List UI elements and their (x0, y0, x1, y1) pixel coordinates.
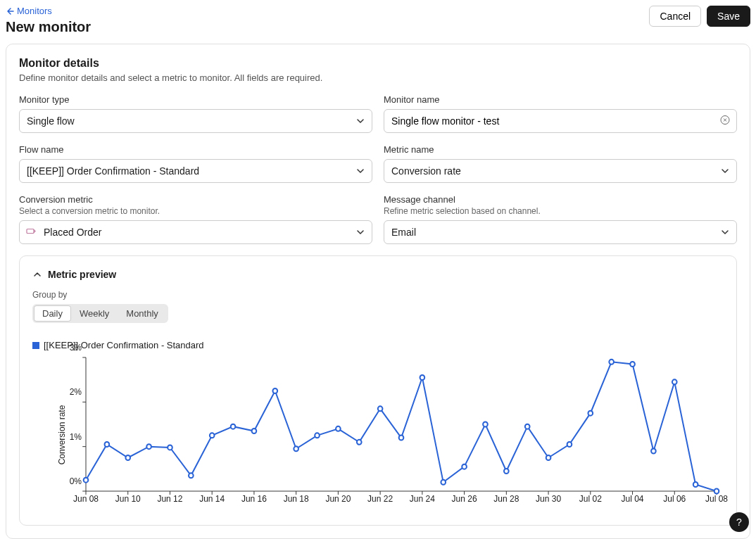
monitor-type-label: Monitor type (19, 94, 372, 105)
svg-point-41 (483, 422, 488, 427)
x-tick-label: Jun 14 (199, 494, 225, 504)
svg-point-36 (378, 406, 383, 411)
page-title: New monitor (6, 19, 91, 35)
svg-point-27 (189, 473, 194, 478)
group-by-segmented: DailyWeeklyMonthly (32, 304, 168, 323)
svg-point-52 (714, 489, 719, 494)
chart-area: Conversion rate 0%1%2%3% Jun 08Jun 10Jun… (32, 357, 724, 512)
x-tick-label: Jul 06 (663, 494, 686, 504)
metric-preview-card: Metric preview Group by DailyWeeklyMonth… (19, 255, 737, 526)
save-button[interactable]: Save (707, 6, 750, 27)
svg-point-23 (105, 442, 110, 447)
metric-preview-toggle[interactable]: Metric preview (32, 269, 724, 280)
svg-point-33 (315, 433, 320, 438)
svg-point-28 (210, 433, 215, 438)
svg-point-45 (567, 442, 572, 447)
svg-point-26 (168, 445, 172, 450)
metric-tag-icon (26, 227, 36, 239)
x-tick-label: Jun 24 (410, 494, 435, 504)
section-description: Define monitor details and select a metr… (19, 72, 737, 83)
svg-point-29 (231, 424, 236, 429)
svg-point-25 (146, 444, 151, 449)
monitor-type-select[interactable]: Single flow (19, 109, 372, 133)
field-monitor-name: Monitor name (384, 94, 737, 133)
x-tick-label: Jul 04 (622, 494, 644, 504)
x-tick-label: Jun 20 (325, 494, 351, 504)
conversion-metric-value: Placed Order (44, 227, 101, 238)
svg-point-34 (336, 426, 341, 431)
x-tick-label: Jul 02 (579, 494, 602, 504)
chart-legend: [[KEEP]] Order Confirmation - Standard (32, 340, 724, 350)
breadcrumb-back[interactable]: Monitors (6, 6, 91, 16)
x-axis-ticks: Jun 08Jun 10Jun 12Jun 14Jun 16Jun 18Jun … (86, 494, 717, 512)
conversion-metric-sublabel: Select a conversion metric to monitor. (19, 206, 372, 216)
group-by-option-weekly[interactable]: Weekly (71, 305, 118, 322)
clear-input-icon[interactable] (720, 115, 730, 127)
svg-point-31 (272, 388, 277, 393)
x-tick-label: Jun 22 (367, 494, 393, 504)
monitor-name-input[interactable] (384, 109, 737, 133)
arrow-left-icon (6, 7, 14, 15)
monitor-name-label: Monitor name (384, 94, 737, 105)
x-tick-label: Jun 12 (157, 494, 182, 504)
metric-preview-title: Metric preview (48, 269, 116, 280)
flow-name-value: [[KEEP]] Order Confirmation - Standard (27, 165, 199, 177)
message-channel-value: Email (391, 227, 416, 238)
group-by-option-monthly[interactable]: Monthly (118, 305, 167, 322)
svg-point-46 (588, 411, 593, 416)
x-tick-label: Jun 08 (73, 494, 99, 504)
help-button[interactable]: ? (729, 512, 749, 532)
svg-point-32 (294, 446, 298, 451)
x-tick-label: Jun 28 (493, 494, 519, 504)
svg-point-38 (420, 375, 425, 380)
svg-point-42 (504, 469, 509, 474)
metric-name-label: Metric name (384, 144, 737, 155)
monitor-type-value: Single flow (27, 115, 75, 127)
message-channel-sublabel: Refine metric selection based on channel… (384, 206, 737, 216)
svg-point-35 (357, 440, 362, 445)
field-metric-name: Metric name Conversion rate (384, 144, 737, 183)
field-flow-name: Flow name [[KEEP]] Order Confirmation - … (19, 144, 372, 183)
svg-point-37 (399, 436, 404, 440)
message-channel-select[interactable]: Email (384, 220, 737, 244)
y-tick-label: 1% (61, 432, 82, 442)
y-axis-ticks: 0%1%2%3% (61, 357, 82, 491)
conversion-metric-label: Conversion metric (19, 194, 372, 205)
x-tick-label: Jun 30 (536, 494, 561, 504)
chart-plot (86, 357, 717, 491)
message-channel-label: Message channel (384, 194, 737, 205)
x-tick-label: Jun 10 (115, 494, 141, 504)
y-tick-label: 2% (61, 387, 82, 397)
flow-name-select[interactable]: [[KEEP]] Order Confirmation - Standard (19, 159, 372, 183)
metric-name-value: Conversion rate (391, 165, 461, 177)
field-conversion-metric: Conversion metric Select a conversion me… (19, 194, 372, 244)
x-tick-label: Jun 26 (452, 494, 477, 504)
group-by-label: Group by (32, 290, 724, 300)
svg-rect-1 (27, 229, 34, 234)
y-tick-label: 3% (61, 343, 82, 353)
svg-point-48 (630, 362, 635, 367)
field-message-channel: Message channel Refine metric selection … (384, 194, 737, 244)
svg-point-30 (252, 429, 257, 433)
svg-point-47 (609, 360, 614, 364)
svg-point-40 (462, 464, 467, 469)
svg-point-50 (672, 379, 677, 384)
monitor-details-card: Monitor details Define monitor details a… (6, 44, 750, 539)
field-monitor-type: Monitor type Single flow (19, 94, 372, 133)
metric-name-select[interactable]: Conversion rate (384, 159, 737, 183)
group-by-option-daily[interactable]: Daily (34, 305, 71, 322)
svg-point-22 (84, 478, 89, 483)
x-tick-label: Jul 08 (705, 494, 728, 504)
cancel-button[interactable]: Cancel (649, 6, 701, 27)
y-tick-label: 0% (61, 476, 82, 486)
flow-name-label: Flow name (19, 144, 372, 155)
svg-point-43 (525, 424, 530, 429)
svg-point-51 (693, 482, 698, 487)
legend-swatch (32, 342, 39, 349)
section-title: Monitor details (19, 57, 737, 70)
svg-point-49 (651, 449, 656, 454)
chevron-up-icon (32, 270, 42, 279)
svg-point-44 (546, 455, 551, 460)
conversion-metric-select[interactable]: Placed Order (19, 220, 372, 244)
svg-point-24 (125, 455, 130, 460)
